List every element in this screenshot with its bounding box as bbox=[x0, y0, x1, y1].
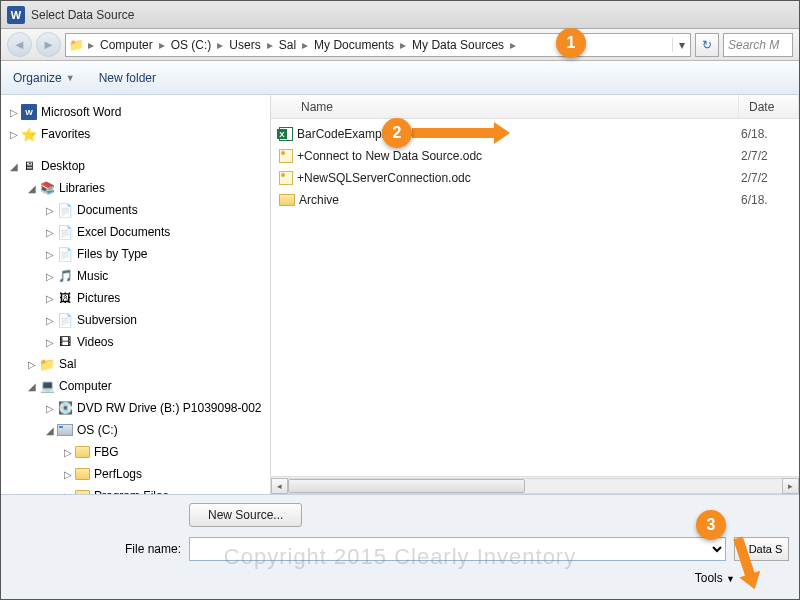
tree-item-label: OS (C:) bbox=[77, 423, 118, 437]
odc-file-icon bbox=[279, 149, 293, 163]
annotation-3: 3 bbox=[696, 510, 726, 540]
scroll-track[interactable] bbox=[288, 478, 782, 494]
file-name: Archive bbox=[299, 193, 741, 207]
chevron-right-icon[interactable]: ▸ bbox=[265, 38, 275, 52]
tree-item[interactable]: ◢Computer bbox=[1, 375, 270, 397]
docs-icon bbox=[57, 202, 73, 218]
tree-twisty-icon[interactable]: ◢ bbox=[7, 161, 21, 172]
chevron-right-icon[interactable]: ▸ bbox=[86, 38, 96, 52]
word-icon: W bbox=[21, 104, 37, 120]
breadcrumb-segment[interactable]: Sal bbox=[275, 38, 300, 52]
tree-twisty-icon[interactable]: ▷ bbox=[43, 315, 57, 326]
dialog-window: W Select Data Source ◄ ► 📁 ▸ Computer ▸ … bbox=[0, 0, 800, 600]
new-folder-button[interactable]: New folder bbox=[99, 71, 156, 85]
horizontal-scrollbar[interactable]: ◂ ▸ bbox=[271, 476, 799, 494]
tree-twisty-icon[interactable]: ▷ bbox=[7, 107, 21, 118]
address-bar: ◄ ► 📁 ▸ Computer ▸ OS (C:) ▸ Users ▸ Sal… bbox=[1, 29, 799, 61]
tree-item[interactable]: ▷Documents bbox=[1, 199, 270, 221]
tree-twisty-icon[interactable]: ▷ bbox=[43, 337, 57, 348]
xlsx-file-icon bbox=[279, 127, 293, 141]
tree-twisty-icon[interactable]: ▷ bbox=[61, 447, 75, 458]
new-source-button[interactable]: New Source... bbox=[189, 503, 302, 527]
tree-item[interactable]: ▷Subversion bbox=[1, 309, 270, 331]
toolbar: Organize ▼ New folder bbox=[1, 61, 799, 95]
tree-item-label: Libraries bbox=[59, 181, 105, 195]
tree-twisty-icon[interactable]: ◢ bbox=[25, 183, 39, 194]
video-icon bbox=[57, 334, 73, 350]
tree-twisty-icon[interactable]: ▷ bbox=[43, 205, 57, 216]
tree-twisty-icon[interactable]: ◢ bbox=[25, 381, 39, 392]
nav-forward-button[interactable]: ► bbox=[36, 32, 61, 57]
organize-menu[interactable]: Organize ▼ bbox=[13, 71, 75, 85]
scroll-right-button[interactable]: ▸ bbox=[782, 478, 799, 494]
chevron-down-icon[interactable]: ▾ bbox=[672, 38, 690, 52]
tree-item-label: Pictures bbox=[77, 291, 120, 305]
chevron-down-icon: ▼ bbox=[726, 574, 735, 584]
scroll-thumb[interactable] bbox=[288, 479, 525, 493]
tree-item[interactable]: ◢Desktop bbox=[1, 155, 270, 177]
tree-item[interactable]: ◢Libraries bbox=[1, 177, 270, 199]
nav-back-button[interactable]: ◄ bbox=[7, 32, 32, 57]
file-list[interactable]: BarCodeExample.xlsx6/18.+Connect to New … bbox=[271, 119, 799, 476]
navigation-tree[interactable]: ▷WMicrosoft Word▷Favorites◢Desktop◢Libra… bbox=[1, 95, 271, 494]
breadcrumb-segment[interactable]: Users bbox=[225, 38, 264, 52]
file-row[interactable]: Archive6/18. bbox=[271, 189, 799, 211]
tree-item[interactable]: ▷Program Files bbox=[1, 485, 270, 494]
tools-menu[interactable]: Tools ▼ bbox=[695, 571, 735, 585]
chevron-right-icon[interactable]: ▸ bbox=[215, 38, 225, 52]
tree-item[interactable]: ▷WMicrosoft Word bbox=[1, 101, 270, 123]
file-row[interactable]: +NewSQLServerConnection.odc2/7/2 bbox=[271, 167, 799, 189]
tree-item-label: Computer bbox=[59, 379, 112, 393]
star-icon bbox=[21, 126, 37, 142]
breadcrumb-segment[interactable]: My Documents bbox=[310, 38, 398, 52]
column-header-date[interactable]: Date bbox=[739, 95, 799, 118]
file-row[interactable]: +Connect to New Data Source.odc2/7/2 bbox=[271, 145, 799, 167]
breadcrumb-segment[interactable]: OS (C:) bbox=[167, 38, 216, 52]
tree-item[interactable]: ◢OS (C:) bbox=[1, 419, 270, 441]
user-icon bbox=[39, 356, 55, 372]
tree-item-label: DVD RW Drive (B:) P1039098-002 bbox=[77, 401, 262, 415]
chevron-right-icon[interactable]: ▸ bbox=[157, 38, 167, 52]
tree-twisty-icon[interactable]: ▷ bbox=[7, 129, 21, 140]
tree-twisty-icon[interactable]: ▷ bbox=[61, 469, 75, 480]
tree-twisty-icon[interactable]: ▷ bbox=[43, 403, 57, 414]
tree-item[interactable]: ▷Pictures bbox=[1, 287, 270, 309]
tree-twisty-icon[interactable]: ▷ bbox=[43, 293, 57, 304]
tree-item[interactable]: ▷Favorites bbox=[1, 123, 270, 145]
file-name-input[interactable] bbox=[189, 537, 726, 561]
breadcrumb-segment[interactable]: My Data Sources bbox=[408, 38, 508, 52]
tree-item[interactable]: ▷PerfLogs bbox=[1, 463, 270, 485]
tree-twisty-icon[interactable]: ▷ bbox=[43, 227, 57, 238]
tree-item[interactable]: ▷FBG bbox=[1, 441, 270, 463]
tree-item-label: Videos bbox=[77, 335, 113, 349]
column-header-name[interactable]: Name bbox=[291, 95, 739, 118]
tree-item[interactable]: ▷Files by Type bbox=[1, 243, 270, 265]
breadcrumb-segment[interactable]: Computer bbox=[96, 38, 157, 52]
search-input[interactable]: Search M bbox=[723, 33, 793, 57]
folder-icon bbox=[75, 468, 90, 480]
breadcrumb[interactable]: 📁 ▸ Computer ▸ OS (C:) ▸ Users ▸ Sal ▸ M… bbox=[65, 33, 691, 57]
chevron-right-icon[interactable]: ▸ bbox=[300, 38, 310, 52]
file-name-label: File name: bbox=[11, 542, 181, 556]
tree-item[interactable]: ▷DVD RW Drive (B:) P1039098-002 bbox=[1, 397, 270, 419]
tree-item[interactable]: ▷Music bbox=[1, 265, 270, 287]
window-title: Select Data Source bbox=[31, 8, 134, 22]
tree-item-label: PerfLogs bbox=[94, 467, 142, 481]
pic-icon bbox=[57, 290, 73, 306]
chevron-right-icon[interactable]: ▸ bbox=[508, 38, 518, 52]
file-date: 2/7/2 bbox=[741, 171, 791, 185]
chevron-down-icon: ▼ bbox=[66, 73, 75, 83]
tree-twisty-icon[interactable]: ◢ bbox=[43, 425, 57, 436]
file-row[interactable]: BarCodeExample.xlsx6/18. bbox=[271, 123, 799, 145]
scroll-left-button[interactable]: ◂ bbox=[271, 478, 288, 494]
refresh-button[interactable]: ↻ bbox=[695, 33, 719, 57]
tree-twisty-icon[interactable]: ▷ bbox=[43, 271, 57, 282]
tree-item[interactable]: ▷Sal bbox=[1, 353, 270, 375]
tree-item[interactable]: ▷Videos bbox=[1, 331, 270, 353]
file-date: 6/18. bbox=[741, 127, 791, 141]
tree-twisty-icon[interactable]: ▷ bbox=[25, 359, 39, 370]
chevron-right-icon[interactable]: ▸ bbox=[398, 38, 408, 52]
odc-file-icon bbox=[279, 171, 293, 185]
tree-twisty-icon[interactable]: ▷ bbox=[43, 249, 57, 260]
tree-item[interactable]: ▷Excel Documents bbox=[1, 221, 270, 243]
